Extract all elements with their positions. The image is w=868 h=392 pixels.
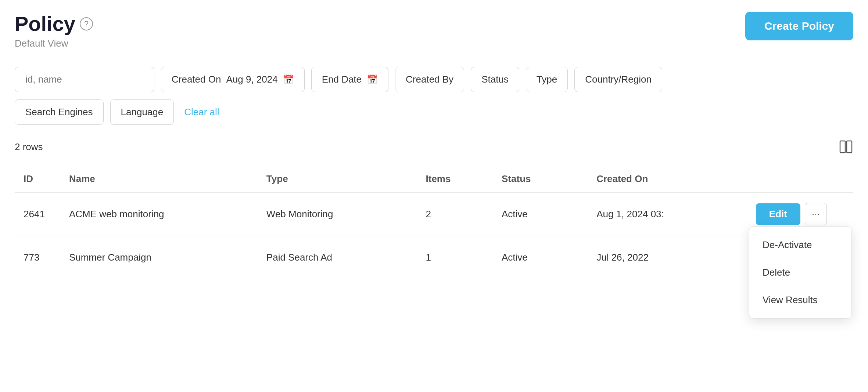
edit-button-0[interactable]: Edit xyxy=(756,203,800,225)
end-date-filter[interactable]: End Date 📅 xyxy=(311,67,388,92)
type-filter[interactable]: Type xyxy=(526,67,568,92)
title-section: Policy ? Default View xyxy=(15,12,93,49)
page-subtitle: Default View xyxy=(15,38,93,49)
language-label: Language xyxy=(121,106,164,118)
columns-toggle-icon[interactable] xyxy=(839,139,853,154)
created-on-filter[interactable]: Created On Aug 9, 2024 📅 xyxy=(161,67,305,92)
search-input[interactable] xyxy=(15,67,154,92)
cell-id-1: 773 xyxy=(15,236,60,279)
cell-status-1: Active xyxy=(493,236,588,279)
svg-rect-0 xyxy=(840,141,845,153)
cell-status-0: Active xyxy=(493,192,588,236)
filters-row-2: Search Engines Language Clear all xyxy=(15,99,853,125)
dropdown-item-2[interactable]: View Results xyxy=(749,286,851,314)
cell-created-1: Jul 26, 2022 xyxy=(588,236,747,279)
col-header-type: Type xyxy=(258,166,417,192)
end-date-label: End Date xyxy=(322,74,362,85)
policy-table: ID Name Type Items Status Created On 264… xyxy=(15,166,853,279)
col-header-id: ID xyxy=(15,166,60,192)
search-engines-label: Search Engines xyxy=(25,106,93,118)
table-row: 2641 ACME web monitoring Web Monitoring … xyxy=(15,192,853,236)
page-title: Policy xyxy=(15,12,75,36)
title-row: Policy ? xyxy=(15,12,93,36)
dropdown-item-1[interactable]: Delete xyxy=(749,259,851,286)
table-row: 773 Summer Campaign Paid Search Ad 1 Act… xyxy=(15,236,853,279)
clear-all-button[interactable]: Clear all xyxy=(180,100,223,124)
create-policy-button[interactable]: Create Policy xyxy=(745,12,853,40)
table-header: ID Name Type Items Status Created On xyxy=(15,166,853,192)
rows-info: 2 rows xyxy=(15,139,853,154)
cell-name-0: ACME web monitoring xyxy=(60,192,258,236)
col-header-items: Items xyxy=(417,166,493,192)
created-on-value: Aug 9, 2024 xyxy=(226,74,277,85)
calendar-icon-created: 📅 xyxy=(283,75,294,85)
cell-type-1: Paid Search Ad xyxy=(258,236,417,279)
cell-id-0: 2641 xyxy=(15,192,60,236)
created-by-filter[interactable]: Created By xyxy=(395,67,464,92)
dropdown-menu-0: De-Activate Delete View Results xyxy=(749,226,852,319)
col-header-name: Name xyxy=(60,166,258,192)
col-header-created-on: Created On xyxy=(588,166,747,192)
cell-actions-0: Edit ··· De-Activate Delete View Results xyxy=(747,192,853,236)
cell-items-1: 1 xyxy=(417,236,493,279)
country-region-filter[interactable]: Country/Region xyxy=(574,67,662,92)
status-label: Status xyxy=(481,74,509,85)
calendar-icon-end: 📅 xyxy=(367,75,378,85)
language-filter[interactable]: Language xyxy=(110,99,174,125)
cell-items-0: 2 xyxy=(417,192,493,236)
filters-row-1: Created On Aug 9, 2024 📅 End Date 📅 Crea… xyxy=(15,67,853,92)
cell-name-1: Summer Campaign xyxy=(60,236,258,279)
type-label: Type xyxy=(537,74,557,85)
country-region-label: Country/Region xyxy=(585,74,652,85)
cell-created-0: Aug 1, 2024 03: xyxy=(588,192,747,236)
table-body: 2641 ACME web monitoring Web Monitoring … xyxy=(15,192,853,279)
created-by-label: Created By xyxy=(406,74,453,85)
dropdown-item-0[interactable]: De-Activate xyxy=(749,231,851,259)
search-engines-filter[interactable]: Search Engines xyxy=(15,99,104,125)
status-filter[interactable]: Status xyxy=(471,67,519,92)
cell-type-0: Web Monitoring xyxy=(258,192,417,236)
col-header-status: Status xyxy=(493,166,588,192)
more-button-0[interactable]: ··· xyxy=(805,203,827,225)
action-cell-0: Edit ··· De-Activate Delete View Results xyxy=(756,203,844,225)
created-on-label: Created On xyxy=(172,74,221,85)
page-header: Policy ? Default View Create Policy xyxy=(15,12,853,49)
col-header-actions xyxy=(747,166,853,192)
rows-count: 2 rows xyxy=(15,141,43,153)
svg-rect-1 xyxy=(847,141,852,153)
help-icon[interactable]: ? xyxy=(80,17,93,30)
